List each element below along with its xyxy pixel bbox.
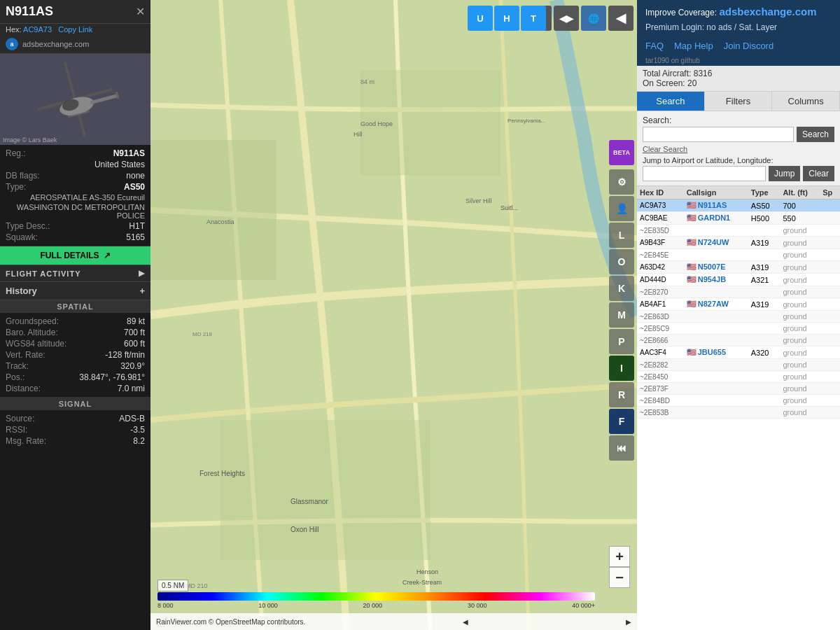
clear-search-link[interactable]: Clear Search — [643, 145, 834, 153]
table-row[interactable]: ~2E853Bground — [637, 407, 840, 419]
search-button[interactable]: Search — [797, 127, 834, 142]
tab-columns[interactable]: Columns — [772, 92, 840, 111]
table-row[interactable]: AD444D🇺🇸N954JBA321ground — [637, 274, 840, 286]
table-row[interactable]: AC9A73🇺🇸N911ASAS50700 — [637, 200, 840, 212]
cell-type — [748, 395, 780, 407]
cell-callsign[interactable]: 🇺🇸N5007E — [684, 261, 748, 274]
back-btn[interactable]: ◀ — [608, 6, 634, 31]
t-layer-btn[interactable]: T — [521, 6, 546, 31]
col-speed[interactable]: Sp — [820, 186, 840, 200]
table-row[interactable]: AB4AF1🇺🇸N827AWA319ground — [637, 298, 840, 311]
image-credit: Image © Lars Baek — [3, 136, 57, 144]
full-details-button[interactable]: FULL DETAILS ↗ — [0, 246, 150, 265]
table-row[interactable]: ~2E8282ground — [637, 359, 840, 371]
col-callsign[interactable]: Callsign — [684, 186, 748, 200]
side-arrows-btn[interactable]: ◀▶ — [554, 6, 579, 31]
cell-speed — [820, 200, 840, 212]
cell-callsign[interactable] — [684, 407, 748, 419]
cell-callsign[interactable]: 🇺🇸N911AS — [684, 200, 748, 212]
f-btn[interactable]: F — [609, 409, 634, 434]
search-input[interactable] — [643, 127, 794, 142]
color-bar — [158, 592, 595, 601]
cell-callsign[interactable] — [684, 371, 748, 383]
table-row[interactable]: ~2E8666ground — [637, 335, 840, 346]
jump-input[interactable] — [643, 166, 766, 181]
premium-link[interactable]: Premium Login: no ads / Sat. Layer — [645, 22, 777, 32]
hex-link[interactable]: AC9A73 — [23, 25, 52, 34]
cell-callsign[interactable] — [684, 225, 748, 237]
col-hex[interactable]: Hex ID — [637, 186, 684, 200]
jump-button[interactable]: Jump — [769, 166, 800, 181]
cell-callsign[interactable] — [684, 395, 748, 407]
table-row[interactable]: ~2E8450ground — [637, 371, 840, 383]
website-label[interactable]: adsbexchange.com — [22, 40, 89, 48]
k-btn[interactable]: K — [609, 276, 634, 301]
table-row[interactable]: AAC3F4🇺🇸JBU655A320ground — [637, 346, 840, 359]
col-type[interactable]: Type — [748, 186, 780, 200]
table-row[interactable]: ~2E873Fground — [637, 383, 840, 395]
clear-button[interactable]: Clear — [803, 166, 834, 181]
cell-type — [748, 311, 780, 323]
map-area[interactable]: Anacostia Good Hope Hill Silver Hill For… — [150, 0, 637, 630]
flight-activity-button[interactable]: FLIGHT ACTIVITY ▶ — [0, 265, 150, 282]
github-link[interactable]: tar1090 on github — [637, 55, 840, 66]
cell-alt: ground — [780, 261, 820, 274]
cell-type: A319 — [748, 237, 780, 249]
replay-btn[interactable]: ⏮ — [609, 435, 634, 461]
tail-number: N911AS — [6, 4, 53, 19]
cell-callsign[interactable] — [684, 383, 748, 395]
col-alt[interactable]: Alt. (ft) — [780, 186, 820, 200]
r-btn[interactable]: R — [609, 382, 634, 407]
cell-callsign[interactable] — [684, 311, 748, 323]
table-row[interactable]: ~2E845Eground — [637, 249, 840, 261]
squawk-label: Squawk: — [6, 232, 38, 242]
cell-callsign[interactable]: 🇺🇸N827AW — [684, 298, 748, 311]
h-layer-btn[interactable]: H — [494, 6, 519, 31]
cell-callsign[interactable] — [684, 335, 748, 346]
faq-link[interactable]: FAQ — [645, 41, 664, 51]
cell-callsign[interactable] — [684, 359, 748, 371]
cell-callsign[interactable]: 🇺🇸JBU655 — [684, 346, 748, 359]
cell-alt: ground — [780, 407, 820, 419]
close-button[interactable]: ✕ — [136, 5, 145, 18]
tab-search[interactable]: Search — [637, 92, 705, 111]
cell-callsign[interactable] — [684, 286, 748, 298]
table-row[interactable]: ~2E84BDground — [637, 395, 840, 407]
map-help-link[interactable]: Map Help — [674, 41, 713, 51]
table-row[interactable]: A9B43F🇺🇸N724UWA319ground — [637, 237, 840, 249]
improve-link[interactable]: adsbexchange.com — [719, 6, 816, 18]
copy-link[interactable]: Copy Link — [58, 25, 92, 34]
scroll-left-btn[interactable]: ◀ — [463, 618, 468, 626]
history-button[interactable]: History + — [0, 282, 150, 300]
beta-btn[interactable]: BETA — [609, 140, 634, 165]
u-layer-btn[interactable]: U — [468, 6, 493, 31]
join-discord-link[interactable]: Join Discord — [724, 41, 774, 51]
i-btn[interactable]: I — [609, 356, 634, 381]
table-row[interactable]: A63D42🇺🇸N5007EA319ground — [637, 261, 840, 274]
svg-rect-13 — [220, 420, 430, 560]
cell-callsign[interactable]: 🇺🇸N954JB — [684, 274, 748, 286]
flag-icon: 🇺🇸 — [687, 238, 696, 246]
table-row[interactable]: ~2E85C9ground — [637, 323, 840, 335]
aircraft-table-container[interactable]: Hex ID Callsign Type Alt. (ft) Sp AC9A73… — [637, 186, 840, 630]
cell-callsign[interactable]: 🇺🇸GARDN1 — [684, 212, 748, 225]
p-btn[interactable]: P — [609, 329, 634, 354]
cell-callsign[interactable] — [684, 323, 748, 335]
cell-callsign[interactable]: 🇺🇸N724UW — [684, 237, 748, 249]
globe-view-btn[interactable]: 🌐 — [581, 6, 606, 31]
table-row[interactable]: AC9BAE🇺🇸GARDN1H500550 — [637, 212, 840, 225]
zoom-out-button[interactable]: − — [609, 567, 630, 588]
zoom-in-button[interactable]: + — [609, 546, 630, 567]
m-btn[interactable]: M — [609, 302, 634, 328]
o-btn[interactable]: O — [609, 249, 634, 274]
table-row[interactable]: ~2E835Dground — [637, 225, 840, 237]
scroll-right-btn[interactable]: ▶ — [626, 618, 631, 626]
tab-filters[interactable]: Filters — [705, 92, 773, 111]
cell-callsign[interactable] — [684, 249, 748, 261]
gear-btn[interactable]: ⚙ — [609, 169, 634, 195]
table-row[interactable]: ~2E863Dground — [637, 311, 840, 323]
l-btn[interactable]: L — [609, 223, 634, 248]
person-btn[interactable]: 👤 — [609, 196, 634, 221]
cell-speed — [820, 311, 840, 323]
table-row[interactable]: ~2E8270ground — [637, 286, 840, 298]
